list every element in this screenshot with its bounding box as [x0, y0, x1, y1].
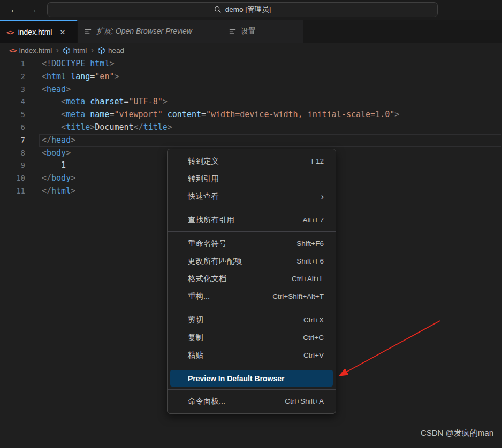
menu-item-g2-0[interactable]: 重命名符号Shift+F6	[168, 235, 336, 252]
tab-strip: <>index.html✕扩展: Open Browser Preview设置	[0, 20, 502, 43]
code-line-6[interactable]: 6<title>Document</title>	[0, 121, 502, 134]
menu-separator	[168, 208, 336, 208]
menu-item-label: 更改所有匹配项	[188, 256, 242, 266]
menu-item-label: 查找所有引用	[188, 215, 234, 225]
line-number: 4	[0, 96, 25, 109]
menu-item-g1-0[interactable]: 查找所有引用Alt+F7	[168, 211, 336, 229]
tab-index-html[interactable]: <>index.html✕	[0, 20, 78, 43]
close-icon[interactable]: ✕	[59, 28, 65, 36]
indent-guide	[43, 109, 43, 121]
menu-item-shortcut: Shift+F6	[296, 257, 324, 265]
menu-separator	[168, 389, 336, 390]
breadcrumb-item-head[interactable]: head	[97, 47, 124, 55]
back-arrow-icon[interactable]: ←	[7, 3, 21, 16]
breadcrumb-item-html[interactable]: html	[63, 47, 87, 55]
menu-item-label: 转到引用	[188, 174, 219, 184]
menu-item-shortcut: Shift+F6	[296, 240, 324, 248]
menu-item-g0-0[interactable]: 转到定义F12	[168, 152, 336, 170]
menu-item-shortcut: Alt+F7	[303, 216, 324, 224]
chevron-right-icon: ›	[55, 45, 60, 55]
menu-item-label: 重构...	[188, 291, 210, 302]
tab-open-browser-preview[interactable]: 扩展: Open Browser Preview	[78, 20, 222, 43]
code-text: </body>	[25, 172, 75, 185]
symbol-cube-icon	[97, 47, 105, 55]
menu-item-label: 重命名符号	[188, 238, 227, 249]
menu-item-g2-2[interactable]: 格式化文档Ctrl+Alt+L	[168, 270, 336, 288]
indent-guide	[43, 121, 43, 134]
menu-item-g3-1[interactable]: 复制Ctrl+C	[168, 329, 336, 346]
menu-item-shortcut: Ctrl+V	[303, 351, 324, 359]
tab-tab2[interactable]: 设置	[222, 20, 303, 43]
submenu-arrow-icon: ›	[321, 192, 324, 202]
indent-guide	[43, 159, 43, 172]
line-number: 10	[0, 172, 25, 185]
line-number: 2	[0, 71, 25, 83]
current-line-highlight	[39, 134, 501, 147]
code-text: <head>	[25, 83, 71, 96]
breadcrumb: <>index.html›html›head	[0, 43, 502, 58]
menu-item-shortcut: Ctrl+C	[303, 334, 324, 342]
line-number: 3	[0, 83, 25, 96]
code-line-2[interactable]: 2<html lang="en">	[0, 71, 502, 83]
menu-item-preview-in-default-browser[interactable]: Preview In Default Browser	[170, 370, 333, 387]
code-text: </html>	[25, 185, 75, 198]
menu-item-label: 粘贴	[188, 350, 203, 360]
breadcrumb-label: head	[108, 47, 124, 55]
settings-editor-icon	[84, 28, 92, 36]
menu-separator	[168, 367, 336, 367]
code-line-5[interactable]: 5<meta name="viewport" content="width=de…	[0, 109, 502, 121]
menu-item-shortcut: Ctrl+X	[303, 316, 324, 324]
line-number: 6	[0, 121, 25, 134]
line-number: 11	[0, 185, 25, 198]
menu-item-shortcut: Ctrl+Shift+A	[285, 397, 324, 405]
html-file-icon: <>	[9, 47, 17, 55]
line-number: 8	[0, 147, 25, 160]
menu-item-label: 剪切	[188, 315, 203, 325]
title-bar: ← → demo [管理员]	[0, 0, 502, 20]
breadcrumb-label: html	[73, 47, 87, 55]
menu-item-label: Preview In Default Browser	[188, 374, 285, 383]
breadcrumb-label: index.html	[19, 47, 52, 55]
code-text: </head>	[25, 134, 75, 147]
html-file-icon: <>	[6, 28, 14, 36]
command-center-search[interactable]: demo [管理员]	[47, 2, 438, 17]
menu-item-g3-2[interactable]: 粘贴Ctrl+V	[168, 346, 336, 364]
menu-separator	[168, 231, 336, 232]
menu-item-label: 转到定义	[188, 156, 219, 166]
menu-item-g0-1[interactable]: 转到引用	[168, 170, 336, 188]
code-line-1[interactable]: 1<!DOCTYPE html>	[0, 58, 502, 71]
code-line-7[interactable]: 7</head>	[0, 134, 502, 147]
code-text: 1	[25, 159, 66, 172]
tab-label: index.html	[18, 28, 52, 36]
code-line-4[interactable]: 4<meta charset="UTF-8">	[0, 96, 502, 109]
forward-arrow-icon[interactable]: →	[26, 3, 40, 16]
menu-item-label: 复制	[188, 333, 203, 343]
menu-separator	[168, 308, 336, 308]
menu-item-g3-0[interactable]: 剪切Ctrl+X	[168, 311, 336, 329]
tab-label: 扩展: Open Browser Preview	[96, 27, 192, 36]
tab-label: 设置	[241, 27, 256, 36]
indent-guide	[43, 96, 43, 109]
symbol-cube-icon	[63, 47, 71, 55]
menu-item-g5-0[interactable]: 命令面板...Ctrl+Shift+A	[168, 392, 336, 410]
menu-item-label: 快速查看	[188, 191, 219, 202]
line-number: 5	[0, 109, 25, 121]
menu-item-g0-2[interactable]: 快速查看›	[168, 188, 336, 205]
line-number: 9	[0, 159, 25, 172]
code-text: <body>	[25, 147, 71, 160]
code-line-3[interactable]: 3<head>	[0, 83, 502, 96]
line-number: 1	[0, 58, 25, 71]
code-text: <meta name="viewport" content="width=dev…	[25, 109, 399, 121]
chevron-right-icon: ›	[89, 45, 95, 55]
menu-item-g2-1[interactable]: 更改所有匹配项Shift+F6	[168, 252, 336, 270]
menu-item-g2-3[interactable]: 重构...Ctrl+Shift+Alt+T	[168, 288, 336, 305]
watermark: CSDN @发疯的man	[421, 428, 493, 438]
search-text: demo [管理员]	[225, 5, 271, 14]
line-number: 7	[0, 134, 25, 147]
code-text: <title>Document</title>	[25, 121, 172, 134]
search-icon	[214, 6, 222, 13]
context-menu: 转到定义F12转到引用快速查看›查找所有引用Alt+F7重命名符号Shift+F…	[167, 149, 336, 414]
code-text: <!DOCTYPE html>	[25, 58, 114, 71]
breadcrumb-item-index-html[interactable]: <>index.html	[9, 47, 52, 55]
menu-item-label: 格式化文档	[188, 274, 227, 284]
